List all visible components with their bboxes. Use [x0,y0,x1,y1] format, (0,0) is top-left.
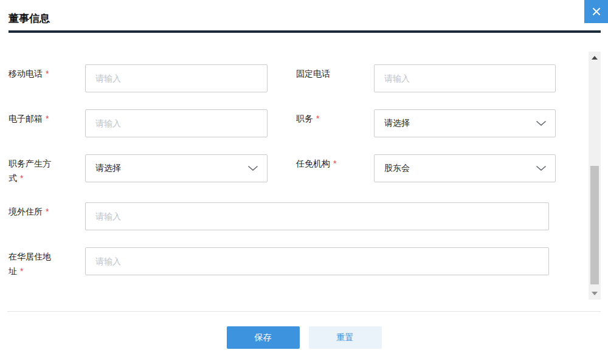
required-asterisk: * [316,114,319,123]
email-input[interactable] [85,109,268,137]
form-scroll-area: 移动电话* 固定电话 电子邮箱* 职务* 请选择 [0,33,608,311]
save-button[interactable]: 保存 [227,326,300,349]
required-asterisk: * [46,207,49,216]
form-row: 电子邮箱* 职务* 请选择 [9,109,608,137]
dialog-title: 董事信息 [9,12,50,26]
overseas-address-input[interactable] [85,202,549,230]
appointment-organ-select[interactable]: 股东会 [374,154,556,182]
scrollbar-up-button[interactable] [592,56,598,60]
overseas-address-label: 境外住所* [9,202,57,230]
position-method-select-value: 请选择 [95,163,121,174]
position-label: 职务* [296,109,345,137]
footer-actions: 保存 重置 [0,326,608,349]
required-asterisk: * [333,159,336,168]
reset-button[interactable]: 重置 [309,326,382,349]
close-x-icon [590,5,603,18]
chevron-down-icon [536,165,547,171]
form-row: 职务产生方式* 请选择 任免机构* 股东会 [9,154,608,185]
required-asterisk: * [20,173,23,183]
position-select[interactable]: 请选择 [374,109,556,137]
fixed-phone-label: 固定电话 [296,64,345,92]
china-address-input[interactable] [85,247,549,275]
chevron-down-icon [536,120,547,126]
required-asterisk: * [46,69,49,78]
close-button[interactable] [584,0,608,23]
required-asterisk: * [46,114,49,123]
form-row: 在华居住地址* [9,247,608,278]
appointment-organ-label: 任免机构* [296,154,345,185]
fixed-phone-input[interactable] [374,64,556,92]
footer-divider [7,311,601,312]
chevron-down-icon [247,165,258,171]
required-asterisk: * [20,266,23,276]
director-info-dialog: 董事信息 移动电话* 固定电话 电子邮箱* [0,0,608,364]
email-label: 电子邮箱* [9,109,57,137]
mobile-phone-input[interactable] [85,64,268,92]
form-row: 移动电话* 固定电话 [9,64,608,92]
mobile-phone-label: 移动电话* [9,64,57,92]
position-method-select[interactable]: 请选择 [85,154,268,182]
scrollbar-track[interactable] [589,52,601,300]
director-form: 移动电话* 固定电话 电子邮箱* 职务* 请选择 [0,33,608,278]
form-row: 境外住所* [9,202,608,230]
position-method-label: 职务产生方式* [9,154,57,185]
scrollbar-down-button[interactable] [592,292,598,295]
appointment-organ-select-value: 股东会 [384,163,410,174]
position-select-value: 请选择 [384,118,410,129]
scrollbar-thumb[interactable] [590,166,599,284]
china-address-label: 在华居住地址* [9,247,57,278]
